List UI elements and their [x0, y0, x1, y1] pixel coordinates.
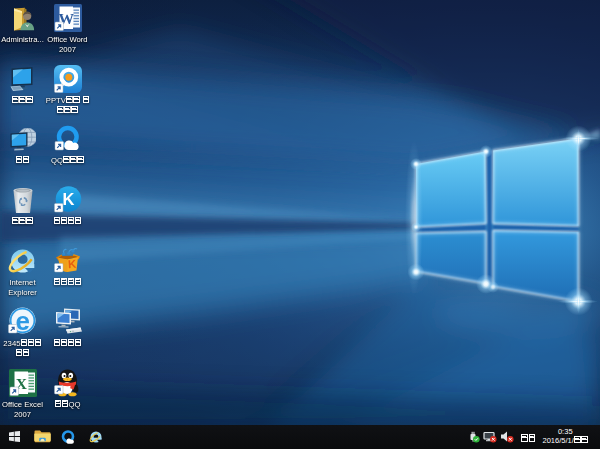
svg-text:K: K: [67, 257, 77, 270]
svg-text:K: K: [62, 190, 74, 208]
